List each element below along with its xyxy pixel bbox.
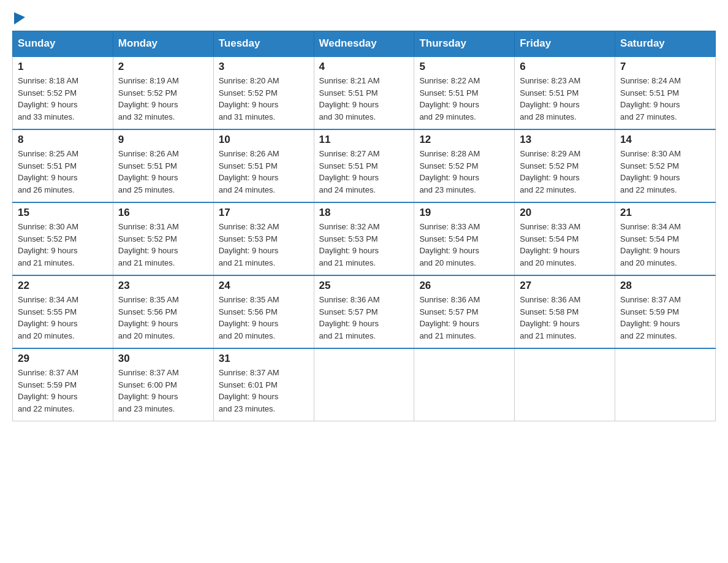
weekday-header-tuesday: Tuesday [213,31,314,57]
calendar-cell: 25 Sunrise: 8:36 AMSunset: 5:57 PMDaylig… [314,275,414,348]
day-info: Sunrise: 8:19 AMSunset: 5:52 PMDaylight:… [118,76,179,121]
day-number: 16 [118,207,208,219]
calendar-cell: 23 Sunrise: 8:35 AMSunset: 5:56 PMDaylig… [113,275,213,348]
day-number: 11 [319,134,409,146]
calendar-cell: 27 Sunrise: 8:36 AMSunset: 5:58 PMDaylig… [515,275,615,348]
weekday-header-monday: Monday [113,31,213,57]
day-number: 8 [18,134,108,146]
calendar-cell [515,348,615,421]
calendar-cell: 5 Sunrise: 8:22 AMSunset: 5:51 PMDayligh… [414,56,515,129]
day-info: Sunrise: 8:32 AMSunset: 5:53 PMDaylight:… [319,222,380,267]
day-info: Sunrise: 8:26 AMSunset: 5:51 PMDaylight:… [118,149,179,194]
day-number: 14 [620,134,710,146]
day-info: Sunrise: 8:24 AMSunset: 5:51 PMDaylight:… [620,76,681,121]
calendar-cell: 8 Sunrise: 8:25 AMSunset: 5:51 PMDayligh… [13,129,113,202]
weekday-header-thursday: Thursday [414,31,515,57]
calendar-week-1: 1 Sunrise: 8:18 AMSunset: 5:52 PMDayligh… [13,56,716,129]
calendar-cell: 26 Sunrise: 8:36 AMSunset: 5:57 PMDaylig… [414,275,515,348]
page-header [12,12,716,25]
calendar-cell: 13 Sunrise: 8:29 AMSunset: 5:52 PMDaylig… [515,129,615,202]
day-number: 12 [419,134,509,146]
day-info: Sunrise: 8:36 AMSunset: 5:58 PMDaylight:… [520,295,580,340]
day-number: 24 [219,280,309,292]
day-number: 31 [219,353,309,365]
logo-triangle-icon [14,12,25,25]
calendar-cell: 1 Sunrise: 8:18 AMSunset: 5:52 PMDayligh… [13,56,113,129]
day-number: 15 [18,207,108,219]
calendar-cell [615,348,716,421]
day-number: 10 [219,134,309,146]
day-info: Sunrise: 8:37 AMSunset: 5:59 PMDaylight:… [620,295,681,340]
day-number: 23 [118,280,208,292]
weekday-header-friday: Friday [515,31,615,57]
day-info: Sunrise: 8:30 AMSunset: 5:52 PMDaylight:… [620,149,681,194]
svg-marker-0 [14,12,25,25]
calendar-cell: 9 Sunrise: 8:26 AMSunset: 5:51 PMDayligh… [113,129,213,202]
calendar-cell: 21 Sunrise: 8:34 AMSunset: 5:54 PMDaylig… [615,202,716,275]
calendar-cell: 28 Sunrise: 8:37 AMSunset: 5:59 PMDaylig… [615,275,716,348]
calendar-cell: 16 Sunrise: 8:31 AMSunset: 5:52 PMDaylig… [113,202,213,275]
day-info: Sunrise: 8:28 AMSunset: 5:52 PMDaylight:… [419,149,480,194]
calendar-week-4: 22 Sunrise: 8:34 AMSunset: 5:55 PMDaylig… [13,275,716,348]
day-info: Sunrise: 8:30 AMSunset: 5:52 PMDaylight:… [18,222,78,267]
calendar-table: SundayMondayTuesdayWednesdayThursdayFrid… [12,31,716,421]
day-info: Sunrise: 8:18 AMSunset: 5:52 PMDaylight:… [18,76,78,121]
day-number: 20 [520,207,610,219]
calendar-cell: 22 Sunrise: 8:34 AMSunset: 5:55 PMDaylig… [13,275,113,348]
day-info: Sunrise: 8:20 AMSunset: 5:52 PMDaylight:… [219,76,279,121]
day-info: Sunrise: 8:36 AMSunset: 5:57 PMDaylight:… [419,295,480,340]
calendar-cell: 3 Sunrise: 8:20 AMSunset: 5:52 PMDayligh… [213,56,314,129]
day-info: Sunrise: 8:35 AMSunset: 5:56 PMDaylight:… [118,295,179,340]
calendar-cell: 15 Sunrise: 8:30 AMSunset: 5:52 PMDaylig… [13,202,113,275]
day-info: Sunrise: 8:29 AMSunset: 5:52 PMDaylight:… [520,149,580,194]
calendar-cell: 2 Sunrise: 8:19 AMSunset: 5:52 PMDayligh… [113,56,213,129]
calendar-cell: 20 Sunrise: 8:33 AMSunset: 5:54 PMDaylig… [515,202,615,275]
day-info: Sunrise: 8:35 AMSunset: 5:56 PMDaylight:… [219,295,279,340]
day-number: 19 [419,207,509,219]
day-info: Sunrise: 8:22 AMSunset: 5:51 PMDaylight:… [419,76,480,121]
calendar-cell: 6 Sunrise: 8:23 AMSunset: 5:51 PMDayligh… [515,56,615,129]
calendar-week-3: 15 Sunrise: 8:30 AMSunset: 5:52 PMDaylig… [13,202,716,275]
day-info: Sunrise: 8:25 AMSunset: 5:51 PMDaylight:… [18,149,78,194]
day-number: 30 [118,353,208,365]
day-info: Sunrise: 8:37 AMSunset: 5:59 PMDaylight:… [18,368,78,413]
calendar-cell: 24 Sunrise: 8:35 AMSunset: 5:56 PMDaylig… [213,275,314,348]
day-number: 29 [18,353,108,365]
day-number: 27 [520,280,610,292]
day-number: 25 [319,280,409,292]
day-number: 26 [419,280,509,292]
calendar-cell [314,348,414,421]
weekday-header-sunday: Sunday [13,31,113,57]
day-number: 7 [620,61,710,73]
day-info: Sunrise: 8:27 AMSunset: 5:51 PMDaylight:… [319,149,380,194]
day-number: 5 [419,61,509,73]
day-info: Sunrise: 8:32 AMSunset: 5:53 PMDaylight:… [219,222,279,267]
day-info: Sunrise: 8:23 AMSunset: 5:51 PMDaylight:… [520,76,580,121]
calendar-cell: 19 Sunrise: 8:33 AMSunset: 5:54 PMDaylig… [414,202,515,275]
day-number: 1 [18,61,108,73]
calendar-cell: 11 Sunrise: 8:27 AMSunset: 5:51 PMDaylig… [314,129,414,202]
day-number: 9 [118,134,208,146]
day-number: 3 [219,61,309,73]
day-number: 18 [319,207,409,219]
calendar-cell: 29 Sunrise: 8:37 AMSunset: 5:59 PMDaylig… [13,348,113,421]
calendar-header-row: SundayMondayTuesdayWednesdayThursdayFrid… [13,31,716,57]
day-info: Sunrise: 8:37 AMSunset: 6:00 PMDaylight:… [118,368,179,413]
day-info: Sunrise: 8:34 AMSunset: 5:55 PMDaylight:… [18,295,78,340]
day-number: 13 [520,134,610,146]
calendar-cell: 31 Sunrise: 8:37 AMSunset: 6:01 PMDaylig… [213,348,314,421]
calendar-week-2: 8 Sunrise: 8:25 AMSunset: 5:51 PMDayligh… [13,129,716,202]
day-info: Sunrise: 8:33 AMSunset: 5:54 PMDaylight:… [520,222,580,267]
day-number: 28 [620,280,710,292]
calendar-week-5: 29 Sunrise: 8:37 AMSunset: 5:59 PMDaylig… [13,348,716,421]
day-info: Sunrise: 8:34 AMSunset: 5:54 PMDaylight:… [620,222,681,267]
calendar-cell: 12 Sunrise: 8:28 AMSunset: 5:52 PMDaylig… [414,129,515,202]
day-info: Sunrise: 8:37 AMSunset: 6:01 PMDaylight:… [219,368,279,413]
calendar-cell [414,348,515,421]
day-number: 22 [18,280,108,292]
calendar-cell: 18 Sunrise: 8:32 AMSunset: 5:53 PMDaylig… [314,202,414,275]
day-info: Sunrise: 8:26 AMSunset: 5:51 PMDaylight:… [219,149,279,194]
weekday-header-wednesday: Wednesday [314,31,414,57]
day-info: Sunrise: 8:21 AMSunset: 5:51 PMDaylight:… [319,76,380,121]
day-info: Sunrise: 8:31 AMSunset: 5:52 PMDaylight:… [118,222,179,267]
